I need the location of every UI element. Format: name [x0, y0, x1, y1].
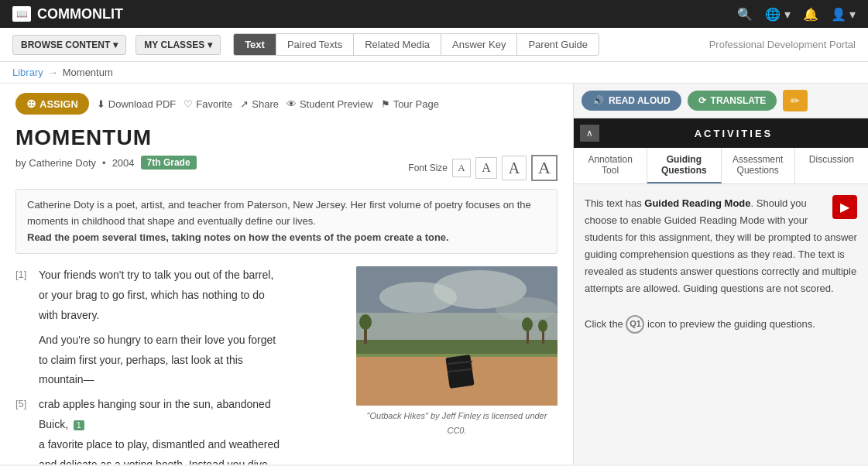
q1-badge: Q1: [626, 315, 644, 334]
bio-text: Catherine Doty is a poet, artist, and te…: [27, 199, 531, 227]
my-classes-button[interactable]: MY CLASSES ▾: [136, 35, 221, 55]
bio-instruction: Read the poem several times, taking note…: [27, 231, 449, 243]
svg-point-13: [538, 320, 547, 332]
favorite-link[interactable]: ♡ Favorite: [184, 98, 232, 110]
user-icon[interactable]: 👤 ▾: [831, 7, 856, 22]
poem-line: or your brag to go first, which has noth…: [15, 286, 341, 305]
youtube-button[interactable]: ▶: [832, 195, 857, 219]
line-number-5: [5]: [15, 396, 39, 413]
poem-line: Buick, 1: [15, 416, 341, 434]
read-aloud-button[interactable]: 🔊 READ ALOUD: [582, 91, 681, 111]
heart-icon: ♡: [184, 98, 193, 110]
image-caption: "Outback Hikes" by Jeff Finley is licens…: [356, 409, 558, 437]
content-tabs: Text Paired Texts Related Media Answer K…: [233, 33, 599, 56]
line-text-2: or your brag to go first, which has noth…: [39, 286, 341, 305]
tab-discussion[interactable]: Discussion: [795, 148, 868, 183]
logo-text: COMMONLIT: [37, 6, 123, 22]
logo-common: COMMON: [37, 6, 102, 22]
top-bar-icons: 🔍 🌐 ▾ 🔔 👤 ▾: [737, 7, 856, 22]
download-pdf-link[interactable]: ⬇ Download PDF: [97, 98, 176, 110]
poem-line: [5] crab apples hanging sour in the sun,…: [15, 396, 341, 414]
font-size-medium-button[interactable]: A: [475, 157, 497, 179]
tab-text[interactable]: Text: [234, 34, 276, 55]
tab-guiding-questions[interactable]: Guiding Questions: [647, 148, 721, 183]
browse-content-button[interactable]: BROWSE CONTENT ▾: [12, 35, 126, 55]
line-text-4: And you're so hungry to earn their love …: [39, 331, 341, 350]
content-area: ⊕ ASSIGN ⬇ Download PDF ♡ Favorite ↗ Sha…: [0, 84, 574, 464]
share-icon: ↗: [240, 98, 249, 110]
translate-icon: ⟳: [698, 95, 706, 106]
guided-reading-mode-label: Guided Reading Mode: [644, 197, 750, 209]
translate-button[interactable]: ⟳ TRANSLATE: [688, 91, 777, 111]
secondary-navigation: BROWSE CONTENT ▾ MY CLASSES ▾ Text Paire…: [0, 28, 868, 62]
poem-image: [356, 266, 558, 406]
bell-icon[interactable]: 🔔: [803, 7, 818, 22]
svg-point-4: [496, 297, 558, 320]
activities-title: ACTIVITIES: [606, 128, 862, 139]
line-text-3: with bravery.: [39, 307, 341, 325]
poem-line: And you're so hungry to earn their love …: [15, 331, 341, 350]
dot-separator: •: [102, 157, 106, 169]
line-text-10: and delicate as a voting booth. Instead …: [39, 456, 341, 464]
main-layout: ⊕ ASSIGN ⬇ Download PDF ♡ Favorite ↗ Sha…: [0, 84, 868, 464]
poem-line: a favorite place to play, dismantled and…: [15, 436, 341, 454]
tab-answer-key[interactable]: Answer Key: [441, 34, 517, 55]
tab-assessment-questions[interactable]: Assessment Questions: [722, 148, 795, 183]
right-panel: 🔊 READ ALOUD ⟳ TRANSLATE ✏ ∧ ACTIVITIES …: [574, 84, 868, 464]
student-preview-link[interactable]: 👁 Student Preview: [286, 98, 373, 110]
globe-icon[interactable]: 🌐 ▾: [765, 7, 790, 22]
guided-reading-content: ▶ This text has Guided Reading Mode. Sho…: [574, 184, 868, 464]
font-size-small-button[interactable]: A: [452, 159, 471, 177]
flag-icon: ⚑: [381, 98, 390, 110]
svg-point-9: [359, 314, 372, 330]
poem-line: mountain—: [15, 371, 341, 389]
poem-line: with bravery.: [15, 307, 341, 325]
plus-icon: ⊕: [26, 97, 36, 111]
logo: 📖 COMMONLIT: [12, 6, 123, 22]
guided-reading-click-instruction: Click the Q1 icon to preview the guiding…: [585, 315, 857, 334]
tab-related-media[interactable]: Related Media: [354, 34, 441, 55]
share-link[interactable]: ↗ Share: [240, 98, 279, 110]
poem-year: 2004: [112, 157, 135, 169]
breadcrumb: Library → Momentum: [0, 62, 868, 84]
activities-header: ∧ ACTIVITIES: [574, 118, 868, 148]
font-size-label: Font Size: [408, 163, 448, 173]
footnote-1-badge[interactable]: 1: [74, 420, 84, 430]
bio-box: Catherine Doty is a poet, artist, and te…: [15, 189, 558, 254]
tab-paired-texts[interactable]: Paired Texts: [276, 34, 354, 55]
poem-meta: by Catherine Doty • 2004 7th Grade: [15, 156, 197, 170]
line-text-1: Your friends won't try to talk you out o…: [39, 266, 341, 285]
svg-point-11: [522, 317, 533, 331]
poem-line: and delicate as a voting booth. Instead …: [15, 456, 341, 464]
poem-title: MOMENTUM: [15, 125, 558, 150]
font-size-xlarge-button[interactable]: A: [531, 155, 558, 181]
toolbar-row: ⊕ ASSIGN ⬇ Download PDF ♡ Favorite ↗ Sha…: [15, 93, 558, 115]
tour-page-link[interactable]: ⚑ Tour Page: [381, 98, 439, 110]
line-text-6: mountain—: [39, 371, 341, 389]
volume-icon: 🔊: [592, 95, 604, 106]
breadcrumb-arrow: →: [48, 67, 58, 78]
line-text-8: Buick, 1: [39, 416, 341, 434]
line-text-5: to claim first your, perhaps, last look …: [39, 351, 341, 370]
poem-line: [1] Your friends won't try to talk you o…: [15, 266, 341, 285]
poem-line: to claim first your, perhaps, last look …: [15, 351, 341, 370]
grade-badge: 7th Grade: [141, 156, 197, 170]
tab-annotation-tool[interactable]: Annotation Tool: [574, 148, 647, 183]
logo-book-icon: 📖: [12, 6, 31, 22]
top-navigation-bar: 📖 COMMONLIT 🔍 🌐 ▾ 🔔 👤 ▾: [0, 0, 868, 28]
poem-image-column: "Outback Hikes" by Jeff Finley is licens…: [356, 266, 558, 464]
pencil-button[interactable]: ✏: [783, 90, 808, 111]
line-number-1: [1]: [15, 266, 39, 283]
right-panel-toolbar: 🔊 READ ALOUD ⟳ TRANSLATE ✏: [574, 84, 868, 118]
assign-button[interactable]: ⊕ ASSIGN: [15, 93, 89, 115]
pro-dev-link[interactable]: Professional Development Portal: [709, 39, 856, 50]
collapse-button[interactable]: ∧: [580, 125, 599, 142]
guided-reading-text: This text has Guided Reading Mode. Shoul…: [585, 195, 857, 298]
breadcrumb-library-link[interactable]: Library: [12, 67, 43, 78]
download-icon: ⬇: [97, 98, 105, 110]
tab-parent-guide[interactable]: Parent Guide: [517, 34, 599, 55]
font-size-large-button[interactable]: A: [502, 156, 527, 180]
search-icon[interactable]: 🔍: [737, 7, 753, 22]
poem-author: by Catherine Doty: [15, 157, 96, 169]
line-text-7: crab apples hanging sour in the sun, aba…: [39, 396, 341, 414]
